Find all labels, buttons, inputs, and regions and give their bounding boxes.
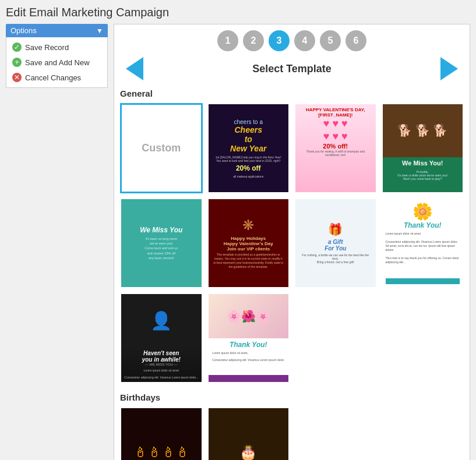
step-5[interactable]: 5 (320, 30, 341, 51)
collapse-icon[interactable]: ▼ (96, 27, 103, 35)
steps-row: 1 2 3 4 5 6 (120, 30, 464, 51)
options-header: Options ▼ (6, 24, 108, 37)
save-record-item[interactable]: ✓ Save Record (6, 40, 107, 55)
nav-row: Select Template (120, 58, 464, 79)
template-card-dogs[interactable]: 🐕 🐕 🐕 We Miss You! Hi buddy,It's been a … (382, 103, 464, 193)
general-section: General Custom cheers to a CheerstoNew Y… (120, 89, 464, 383)
save-add-new-label: Save and Add New (25, 58, 90, 67)
template-card-holidays[interactable]: ❋ Happy HolidaysHappy Valentine's DayJoi… (207, 198, 290, 288)
sidebar: Options ▼ ✓ Save Record + Save and Add N… (6, 24, 108, 460)
save-record-label: Save Record (25, 43, 69, 52)
step-1[interactable]: 1 (217, 30, 238, 51)
content-area: 1 2 3 4 5 6 Select Template General (114, 24, 470, 460)
back-button[interactable] (120, 58, 149, 79)
general-heading: General (120, 89, 464, 98)
save-record-icon: ✓ (12, 43, 22, 52)
birthdays-section: Birthdays 🕯🕯🕯🕯 🎂 (120, 392, 464, 460)
options-label: Options (10, 26, 37, 35)
template-card-birthday2[interactable]: 🎂 (207, 407, 290, 460)
custom-label: Custom (142, 142, 181, 154)
template-card-gift[interactable]: 🎁 a GiftFor You For nothing, a bottle we… (294, 198, 377, 288)
template-card-newyear[interactable]: cheers to a CheerstoNew Year 1st [SALON_… (207, 103, 290, 193)
cancel-changes-label: Cancel Changes (25, 73, 81, 82)
save-add-new-icon: + (12, 58, 22, 67)
save-add-new-item[interactable]: + Save and Add New (6, 55, 107, 70)
template-card-valentine[interactable]: HAPPY VALENTINE'S DAY,[FIRST_NAME]! ♥ ♥ … (294, 103, 377, 193)
step-2[interactable]: 2 (243, 30, 264, 51)
template-card-custom[interactable]: Custom (120, 103, 203, 193)
template-card-wemiss[interactable]: We Miss You It's been so long sincewe've… (120, 198, 203, 288)
cancel-changes-icon: ✕ (12, 73, 22, 82)
next-button[interactable] (435, 58, 464, 79)
next-arrow-icon (440, 57, 458, 80)
step-6[interactable]: 6 (345, 30, 366, 51)
cancel-changes-item[interactable]: ✕ Cancel Changes (6, 70, 107, 85)
general-template-grid: Custom cheers to a CheerstoNew Year 1st … (120, 103, 464, 383)
step-4[interactable]: 4 (294, 30, 315, 51)
template-card-thankyou[interactable]: 🌼 Thank You! Lorem ipsum dolor sit ametC… (382, 198, 464, 288)
main-layout: Options ▼ ✓ Save Record + Save and Add N… (6, 24, 470, 460)
options-menu: ✓ Save Record + Save and Add New ✕ Cance… (6, 37, 108, 88)
page-wrapper: Edit Email Marketing Campaign Options ▼ … (0, 0, 476, 460)
birthdays-heading: Birthdays (120, 392, 464, 402)
template-card-havent[interactable]: 👤 Haven't seenyou in awhile! — WE MISS Y… (120, 293, 203, 383)
back-arrow-icon (126, 57, 143, 80)
birthday-template-grid: 🕯🕯🕯🕯 🎂 (120, 407, 464, 460)
template-card-thankyou2[interactable]: 🌸🌺🌸 Thank You! Lorem ipsum dolor sit ame… (207, 293, 290, 383)
template-card-birthday1[interactable]: 🕯🕯🕯🕯 (120, 407, 203, 460)
wizard-title: Select Template (252, 63, 332, 75)
page-title: Edit Email Marketing Campaign (6, 6, 470, 19)
step-3[interactable]: 3 (269, 30, 290, 51)
